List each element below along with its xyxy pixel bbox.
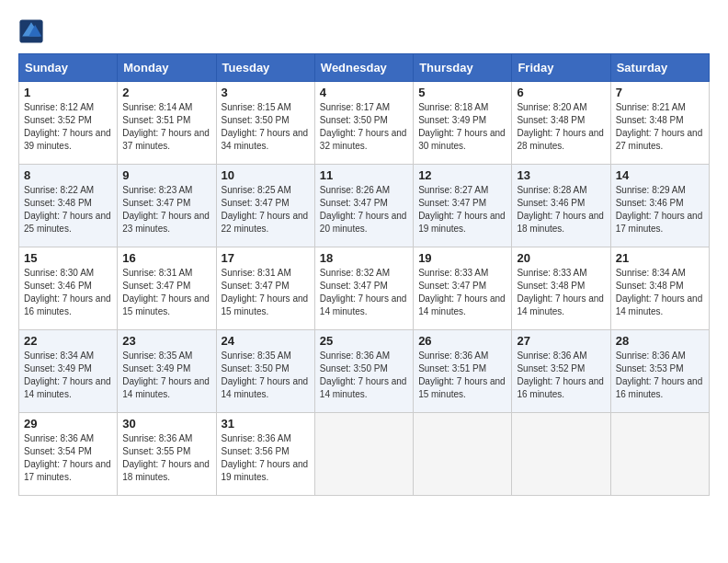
- table-row: 31Sunrise: 8:36 AMSunset: 3:56 PMDayligh…: [216, 413, 314, 496]
- table-row: [610, 413, 709, 496]
- day-detail: Sunrise: 8:17 AMSunset: 3:50 PMDaylight:…: [320, 101, 408, 153]
- day-detail: Sunrise: 8:34 AMSunset: 3:48 PMDaylight:…: [616, 267, 704, 318]
- table-row: 22Sunrise: 8:34 AMSunset: 3:49 PMDayligh…: [19, 330, 118, 413]
- day-number: 18: [320, 251, 408, 265]
- table-row: [314, 413, 413, 496]
- col-header-saturday: Saturday: [610, 54, 709, 82]
- logo: [18, 18, 48, 44]
- day-number: 13: [517, 168, 605, 182]
- table-row: 16Sunrise: 8:31 AMSunset: 3:47 PMDayligh…: [118, 247, 216, 330]
- day-number: 2: [122, 86, 210, 99]
- day-detail: Sunrise: 8:18 AMSunset: 3:49 PMDaylight:…: [418, 101, 506, 153]
- table-row: 7Sunrise: 8:21 AMSunset: 3:48 PMDaylight…: [610, 82, 709, 165]
- day-detail: Sunrise: 8:31 AMSunset: 3:47 PMDaylight:…: [122, 267, 210, 318]
- logo-icon: [18, 18, 44, 44]
- table-row: 15Sunrise: 8:30 AMSunset: 3:46 PMDayligh…: [19, 247, 118, 330]
- day-detail: Sunrise: 8:27 AMSunset: 3:47 PMDaylight:…: [418, 184, 506, 236]
- day-number: 6: [517, 86, 605, 99]
- day-detail: Sunrise: 8:12 AMSunset: 3:52 PMDaylight:…: [24, 101, 112, 153]
- day-detail: Sunrise: 8:15 AMSunset: 3:50 PMDaylight:…: [222, 101, 310, 153]
- day-number: 8: [24, 168, 112, 182]
- table-row: 6Sunrise: 8:20 AMSunset: 3:48 PMDaylight…: [512, 82, 610, 165]
- day-number: 21: [616, 251, 704, 265]
- day-number: 30: [122, 417, 210, 431]
- table-row: 1Sunrise: 8:12 AMSunset: 3:52 PMDaylight…: [19, 82, 118, 165]
- day-detail: Sunrise: 8:36 AMSunset: 3:56 PMDaylight:…: [222, 432, 310, 484]
- table-row: 2Sunrise: 8:14 AMSunset: 3:51 PMDaylight…: [118, 82, 216, 165]
- day-number: 5: [418, 86, 506, 99]
- day-number: 17: [222, 251, 310, 265]
- day-detail: Sunrise: 8:36 AMSunset: 3:50 PMDaylight:…: [320, 350, 408, 401]
- table-row: 14Sunrise: 8:29 AMSunset: 3:46 PMDayligh…: [610, 165, 709, 247]
- table-row: 17Sunrise: 8:31 AMSunset: 3:47 PMDayligh…: [216, 247, 314, 330]
- day-detail: Sunrise: 8:34 AMSunset: 3:49 PMDaylight:…: [24, 350, 112, 401]
- table-row: 18Sunrise: 8:32 AMSunset: 3:47 PMDayligh…: [314, 247, 413, 330]
- day-number: 27: [517, 334, 605, 348]
- day-detail: Sunrise: 8:36 AMSunset: 3:51 PMDaylight:…: [418, 350, 506, 401]
- day-detail: Sunrise: 8:33 AMSunset: 3:48 PMDaylight:…: [517, 267, 605, 318]
- table-row: 12Sunrise: 8:27 AMSunset: 3:47 PMDayligh…: [414, 165, 512, 247]
- table-row: [512, 413, 610, 496]
- calendar-week-row: 8Sunrise: 8:22 AMSunset: 3:48 PMDaylight…: [19, 165, 710, 247]
- day-number: 31: [222, 417, 310, 431]
- day-detail: Sunrise: 8:22 AMSunset: 3:48 PMDaylight:…: [24, 184, 112, 236]
- table-row: 5Sunrise: 8:18 AMSunset: 3:49 PMDaylight…: [414, 82, 512, 165]
- day-detail: Sunrise: 8:36 AMSunset: 3:53 PMDaylight:…: [616, 350, 704, 401]
- day-number: 19: [418, 251, 506, 265]
- header: [18, 15, 710, 44]
- day-detail: Sunrise: 8:20 AMSunset: 3:48 PMDaylight:…: [517, 101, 605, 153]
- day-number: 4: [320, 86, 408, 99]
- calendar-week-row: 1Sunrise: 8:12 AMSunset: 3:52 PMDaylight…: [19, 82, 710, 165]
- day-detail: Sunrise: 8:29 AMSunset: 3:46 PMDaylight:…: [616, 184, 704, 236]
- col-header-tuesday: Tuesday: [216, 54, 314, 82]
- day-number: 3: [222, 86, 310, 99]
- table-row: 3Sunrise: 8:15 AMSunset: 3:50 PMDaylight…: [216, 82, 314, 165]
- table-row: 29Sunrise: 8:36 AMSunset: 3:54 PMDayligh…: [19, 413, 118, 496]
- calendar-week-row: 22Sunrise: 8:34 AMSunset: 3:49 PMDayligh…: [19, 330, 710, 413]
- col-header-monday: Monday: [118, 54, 216, 82]
- day-detail: Sunrise: 8:26 AMSunset: 3:47 PMDaylight:…: [320, 184, 408, 236]
- day-number: 14: [616, 168, 704, 182]
- table-row: [414, 413, 512, 496]
- table-row: 8Sunrise: 8:22 AMSunset: 3:48 PMDaylight…: [19, 165, 118, 247]
- day-detail: Sunrise: 8:36 AMSunset: 3:52 PMDaylight:…: [517, 350, 605, 401]
- day-detail: Sunrise: 8:31 AMSunset: 3:47 PMDaylight:…: [222, 267, 310, 318]
- table-row: 20Sunrise: 8:33 AMSunset: 3:48 PMDayligh…: [512, 247, 610, 330]
- table-row: 24Sunrise: 8:35 AMSunset: 3:50 PMDayligh…: [216, 330, 314, 413]
- table-row: 23Sunrise: 8:35 AMSunset: 3:49 PMDayligh…: [118, 330, 216, 413]
- table-row: 30Sunrise: 8:36 AMSunset: 3:55 PMDayligh…: [118, 413, 216, 496]
- table-row: 21Sunrise: 8:34 AMSunset: 3:48 PMDayligh…: [610, 247, 709, 330]
- table-row: 25Sunrise: 8:36 AMSunset: 3:50 PMDayligh…: [314, 330, 413, 413]
- day-detail: Sunrise: 8:35 AMSunset: 3:49 PMDaylight:…: [122, 350, 210, 401]
- day-number: 10: [222, 168, 310, 182]
- day-number: 23: [122, 334, 210, 348]
- day-number: 16: [122, 251, 210, 265]
- day-number: 1: [24, 86, 112, 99]
- table-row: 27Sunrise: 8:36 AMSunset: 3:52 PMDayligh…: [512, 330, 610, 413]
- day-detail: Sunrise: 8:32 AMSunset: 3:47 PMDaylight:…: [320, 267, 408, 318]
- day-number: 11: [320, 168, 408, 182]
- day-number: 28: [616, 334, 704, 348]
- day-number: 15: [24, 251, 112, 265]
- day-detail: Sunrise: 8:23 AMSunset: 3:47 PMDaylight:…: [122, 184, 210, 236]
- day-detail: Sunrise: 8:25 AMSunset: 3:47 PMDaylight:…: [222, 184, 310, 236]
- day-number: 24: [222, 334, 310, 348]
- day-number: 9: [122, 168, 210, 182]
- day-number: 20: [517, 251, 605, 265]
- col-header-friday: Friday: [512, 54, 610, 82]
- day-detail: Sunrise: 8:14 AMSunset: 3:51 PMDaylight:…: [122, 101, 210, 153]
- table-row: 11Sunrise: 8:26 AMSunset: 3:47 PMDayligh…: [314, 165, 413, 247]
- calendar-table: SundayMondayTuesdayWednesdayThursdayFrid…: [18, 53, 710, 496]
- table-row: 19Sunrise: 8:33 AMSunset: 3:47 PMDayligh…: [414, 247, 512, 330]
- calendar-header-row: SundayMondayTuesdayWednesdayThursdayFrid…: [19, 54, 710, 82]
- day-detail: Sunrise: 8:36 AMSunset: 3:55 PMDaylight:…: [122, 432, 210, 484]
- calendar-week-row: 29Sunrise: 8:36 AMSunset: 3:54 PMDayligh…: [19, 413, 710, 496]
- table-row: 10Sunrise: 8:25 AMSunset: 3:47 PMDayligh…: [216, 165, 314, 247]
- day-detail: Sunrise: 8:35 AMSunset: 3:50 PMDaylight:…: [222, 350, 310, 401]
- day-number: 25: [320, 334, 408, 348]
- table-row: 26Sunrise: 8:36 AMSunset: 3:51 PMDayligh…: [414, 330, 512, 413]
- table-row: 13Sunrise: 8:28 AMSunset: 3:46 PMDayligh…: [512, 165, 610, 247]
- calendar-week-row: 15Sunrise: 8:30 AMSunset: 3:46 PMDayligh…: [19, 247, 710, 330]
- col-header-sunday: Sunday: [19, 54, 118, 82]
- day-detail: Sunrise: 8:36 AMSunset: 3:54 PMDaylight:…: [24, 432, 112, 484]
